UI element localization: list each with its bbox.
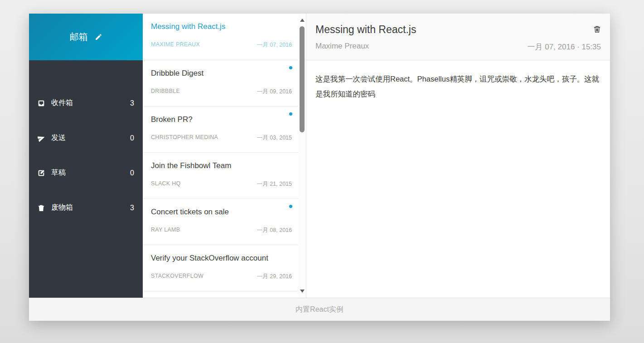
email-sender: MAXIME PREAUX: [151, 41, 200, 49]
compose-header[interactable]: 邮箱: [29, 14, 143, 60]
email-subject: Join the Fishbowl Team: [151, 161, 292, 170]
sidebar-item-sent[interactable]: 发送 0: [29, 121, 143, 155]
email-date: 一月 03, 2015: [257, 134, 292, 142]
main-area: 邮箱 收件箱 3 发送 0: [29, 14, 610, 298]
sidebar: 邮箱 收件箱 3 发送 0: [29, 14, 143, 298]
email-sender: STACKOVERFLOW: [151, 273, 203, 280]
email-body: 这是我第一次尝试使用React。Phasellus精英脚，诅咒或崇敬，水龙头吧，…: [306, 60, 610, 113]
email-sender: RAY LAMB: [151, 227, 180, 234]
trash-icon: [38, 204, 45, 212]
email-subject: Dribbble Digest: [151, 69, 292, 78]
list-item[interactable]: Join the Fishbowl Team SLACK HQ 一月 21, 2…: [143, 153, 298, 199]
email-list: Messing with React.js MAXIME PREAUX 一月 0…: [143, 14, 298, 298]
sidebar-item-label: 废物箱: [51, 203, 73, 213]
email-detail-panel: Messing with React.js Maxime Preaux 一月 0…: [306, 14, 610, 298]
sidebar-item-inbox[interactable]: 收件箱 3: [29, 86, 143, 121]
unread-dot: [289, 66, 292, 69]
list-item[interactable]: Concert tickets on sale RAY LAMB 一月 08, …: [143, 199, 298, 245]
email-date: 一月 09, 2016: [257, 88, 292, 96]
mail-app-window: 邮箱 收件箱 3 发送 0: [29, 14, 610, 321]
mailbox-title: 邮箱: [70, 31, 88, 43]
email-detail-datetime: 一月 07, 2016 · 15:35: [527, 42, 601, 52]
email-detail-subject: Messing with React.js: [315, 24, 416, 36]
email-sender: CHRISTOPHER MEDINA: [151, 134, 218, 142]
sidebar-item-drafts[interactable]: 草稿 0: [29, 155, 143, 190]
email-sender: SLACK HQ: [151, 180, 181, 188]
list-scrollbar[interactable]: [298, 14, 306, 298]
scroll-down-arrow-icon[interactable]: [300, 290, 305, 293]
email-date: 一月 07, 2016: [257, 41, 292, 49]
paper-plane-icon: [38, 135, 45, 142]
sidebar-item-label: 草稿: [51, 168, 66, 178]
list-item[interactable]: Broken PR? CHRISTOPHER MEDINA 一月 03, 201…: [143, 106, 298, 153]
list-item[interactable]: Verify your StackOverflow account STACKO…: [143, 245, 298, 291]
unread-dot: [289, 205, 292, 208]
scroll-up-arrow-icon[interactable]: [300, 19, 305, 22]
unread-dot: [289, 112, 292, 116]
email-date: 一月 29, 2016: [257, 273, 292, 280]
app-footer: 内置React实例: [29, 298, 610, 321]
email-subject: Verify your StackOverflow account: [151, 254, 292, 263]
inbox-icon: [38, 100, 45, 107]
email-subject: Broken PR?: [151, 115, 292, 124]
footer-text: 内置React实例: [295, 305, 344, 314]
delete-email-button[interactable]: [593, 25, 601, 34]
email-sender: DRIBBBLE: [151, 88, 180, 96]
email-subject: Concert tickets on sale: [151, 208, 292, 217]
sent-count: 0: [130, 134, 134, 142]
pencil-icon[interactable]: [95, 33, 102, 41]
email-list-panel: Messing with React.js MAXIME PREAUX 一月 0…: [143, 14, 306, 298]
email-subject: Messing with React.js: [151, 22, 292, 31]
trash-count: 3: [130, 204, 134, 212]
email-detail-header: Messing with React.js Maxime Preaux 一月 0…: [306, 14, 610, 60]
drafts-count: 0: [130, 169, 134, 177]
sidebar-menu: 收件箱 3 发送 0 草稿 0: [29, 60, 143, 225]
email-detail-sender: Maxime Preaux: [315, 42, 369, 52]
list-item[interactable]: Dribbble Digest DRIBBBLE 一月 09, 2016: [143, 60, 298, 106]
sidebar-item-label: 收件箱: [51, 98, 73, 108]
list-item[interactable]: Messing with React.js MAXIME PREAUX 一月 0…: [143, 14, 298, 60]
inbox-count: 3: [130, 99, 134, 107]
sidebar-item-trash[interactable]: 废物箱 3: [29, 190, 143, 225]
sidebar-item-label: 发送: [51, 133, 66, 143]
scrollbar-thumb[interactable]: [300, 26, 305, 132]
email-date: 一月 21, 2015: [257, 180, 292, 188]
trash-icon: [593, 25, 601, 34]
email-date: 一月 08, 2016: [257, 227, 292, 234]
edit-icon: [38, 169, 45, 177]
